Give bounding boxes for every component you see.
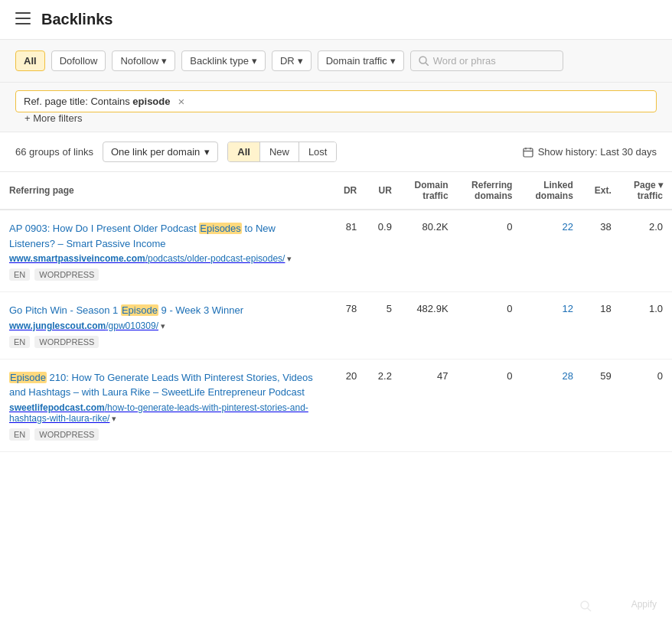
ext-cell: 59 xyxy=(582,359,621,451)
page-title: Backlinks xyxy=(41,11,113,28)
menu-icon[interactable] xyxy=(15,12,31,27)
domain-traffic-cell: 47 xyxy=(401,359,458,451)
table-row: Episode 210: How To Generate Leads With … xyxy=(0,359,672,451)
referring-domains-cell: 0 xyxy=(458,359,522,451)
table-body: AP 0903: How Do I Present Older Podcast … xyxy=(0,210,672,451)
referring-domains-cell: 0 xyxy=(458,292,522,360)
svg-rect-0 xyxy=(15,12,31,14)
search-box[interactable]: Word or phras xyxy=(410,50,563,71)
backlinks-table: Referring page DR UR Domaintraffic Refer… xyxy=(0,172,672,452)
ref-page-title: AP 0903: How Do I Present Older Podcast … xyxy=(9,221,322,251)
dr-cell: 20 xyxy=(331,359,366,451)
keyword-highlight: Episodes xyxy=(199,223,241,234)
ref-page-link[interactable]: AP 0903: How Do I Present Older Podcast … xyxy=(9,223,276,249)
filter-backlink-type-button[interactable]: Backlink type ▾ xyxy=(181,50,266,71)
search-placeholder: Word or phras xyxy=(433,55,496,67)
svg-point-3 xyxy=(419,57,426,63)
ext-cell: 38 xyxy=(582,210,621,292)
svg-rect-5 xyxy=(524,148,533,157)
badges: ENWORDPRESS xyxy=(9,336,322,348)
url-line: sweetlifepodcast.com/how-to-generate-lea… xyxy=(9,402,322,424)
url-line: www.smartpassiveincome.com/podcasts/olde… xyxy=(9,253,322,264)
table-header: Referring page DR UR Domaintraffic Refer… xyxy=(0,172,672,210)
one-link-select[interactable]: One link per domain ▾ xyxy=(103,142,218,162)
filter-chip-close-button[interactable]: × xyxy=(178,95,184,108)
filter-dofollow-button[interactable]: Dofollow xyxy=(51,50,106,71)
ur-cell: 2.2 xyxy=(366,359,401,451)
keyword-highlight: Episode xyxy=(121,304,158,316)
domain-traffic-cell: 482.9K xyxy=(401,292,458,360)
linked-domains-cell: 12 xyxy=(521,292,582,360)
badge-wordpress: WORDPRESS xyxy=(34,428,99,441)
tab-lost[interactable]: Lost xyxy=(299,142,337,161)
url-path: /gpw010309/ xyxy=(106,321,158,331)
col-ur: UR xyxy=(366,172,401,210)
tab-all[interactable]: All xyxy=(228,142,260,161)
table-row: AP 0903: How Do I Present Older Podcast … xyxy=(0,210,672,292)
page-traffic-cell: 0 xyxy=(621,359,672,451)
url-link[interactable]: www.smartpassiveincome.com/podcasts/olde… xyxy=(9,253,285,264)
referring-domains-cell: 0 xyxy=(458,210,522,292)
keyword-highlight: Episode xyxy=(9,372,47,383)
chevron-down-icon: ▾ xyxy=(390,55,396,67)
linked-domains-cell: 22 xyxy=(521,210,582,292)
chevron-down-icon: ▾ xyxy=(298,55,303,67)
tab-new[interactable]: New xyxy=(260,142,299,161)
col-dr: DR xyxy=(331,172,366,210)
ref-page-link[interactable]: Go Pitch Win - Season 1 Episode 9 - Week… xyxy=(9,304,243,316)
expand-arrow-icon[interactable]: ▾ xyxy=(109,414,116,423)
col-linked-domains: Linkeddomains xyxy=(521,172,582,210)
backlinks-table-container: Referring page DR UR Domaintraffic Refer… xyxy=(0,172,672,452)
referring-page-cell: Go Pitch Win - Season 1 Episode 9 - Week… xyxy=(0,292,331,360)
linked-domains-link[interactable]: 22 xyxy=(562,221,573,233)
linked-domains-cell: 28 xyxy=(521,359,582,451)
toolbar: 66 groups of links One link per domain ▾… xyxy=(0,132,672,172)
url-path: /podcasts/older-podcast-episodes/ xyxy=(145,253,285,264)
filter-all-button[interactable]: All xyxy=(15,50,45,71)
chevron-down-icon: ▾ xyxy=(204,146,210,158)
linked-domains-link[interactable]: 28 xyxy=(562,370,573,382)
expand-arrow-icon[interactable]: ▾ xyxy=(158,321,165,330)
url-link[interactable]: www.junglescout.com/gpw010309/ xyxy=(9,321,158,331)
url-domain: sweetlifepodcast.com xyxy=(9,402,105,413)
ref-page-link[interactable]: Episode 210: How To Generate Leads With … xyxy=(9,372,313,399)
svg-line-4 xyxy=(426,63,429,66)
page-traffic-cell: 2.0 xyxy=(621,210,672,292)
filter-nofollow-button[interactable]: Nofollow ▾ xyxy=(112,50,175,71)
page-header: Backlinks xyxy=(0,0,672,40)
expand-arrow-icon[interactable]: ▾ xyxy=(285,254,292,263)
domain-traffic-cell: 80.2K xyxy=(401,210,458,292)
ur-cell: 5 xyxy=(366,292,401,360)
tab-group: All New Lost xyxy=(227,142,337,162)
dr-cell: 78 xyxy=(331,292,366,360)
svg-rect-1 xyxy=(15,18,31,19)
filter-domain-traffic-button[interactable]: Domain traffic ▾ xyxy=(318,50,404,71)
filters-bar: All Dofollow Nofollow ▾ Backlink type ▾ … xyxy=(0,40,672,83)
svg-rect-2 xyxy=(15,23,31,24)
filter-dr-button[interactable]: DR ▾ xyxy=(272,50,312,71)
filter-chip-label: Ref. page title: Contains episode xyxy=(24,96,170,107)
badges: ENWORDPRESS xyxy=(9,428,322,441)
referring-page-cell: AP 0903: How Do I Present Older Podcast … xyxy=(0,210,331,292)
col-domain-traffic: Domaintraffic xyxy=(401,172,458,210)
history-button[interactable]: Show history: Last 30 days xyxy=(523,146,657,158)
badge-en: EN xyxy=(9,268,30,281)
dr-cell: 81 xyxy=(331,210,366,292)
linked-domains-link[interactable]: 12 xyxy=(562,303,573,314)
badge-wordpress: WORDPRESS xyxy=(34,336,99,348)
active-filter-bar: Ref. page title: Contains episode × + Mo… xyxy=(0,83,672,132)
ref-page-title: Episode 210: How To Generate Leads With … xyxy=(9,370,322,400)
col-page-traffic[interactable]: Page ▾traffic xyxy=(621,172,672,210)
more-filters-button[interactable]: + More filters xyxy=(24,112,83,124)
chevron-down-icon: ▾ xyxy=(252,55,257,67)
calendar-icon xyxy=(523,147,533,158)
url-domain: www.junglescout.com xyxy=(9,321,106,331)
ref-page-title: Go Pitch Win - Season 1 Episode 9 - Week… xyxy=(9,303,322,318)
badge-en: EN xyxy=(9,336,30,348)
referring-page-cell: Episode 210: How To Generate Leads With … xyxy=(0,359,331,451)
ur-cell: 0.9 xyxy=(366,210,401,292)
chevron-down-icon: ▾ xyxy=(161,55,167,67)
url-domain: www.smartpassiveincome.com xyxy=(9,253,145,264)
url-link[interactable]: sweetlifepodcast.com/how-to-generate-lea… xyxy=(9,402,308,424)
table-row: Go Pitch Win - Season 1 Episode 9 - Week… xyxy=(0,292,672,360)
